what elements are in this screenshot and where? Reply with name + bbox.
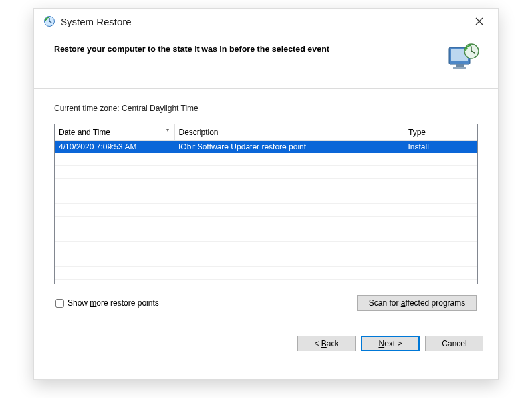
svg-rect-3 — [456, 64, 464, 67]
table-row[interactable]: 4/10/2020 7:09:53 AM IObit Software Upda… — [55, 140, 477, 153]
show-more-checkbox[interactable]: Show more restore points — [55, 298, 159, 308]
column-header-date[interactable]: Date and Time ▾ — [55, 124, 174, 140]
table-row: . — [55, 254, 477, 266]
next-button[interactable]: Next > — [361, 336, 420, 351]
system-restore-window: System Restore Restore your computer to … — [33, 8, 499, 380]
cell-description: IObit Software Updater restore point — [174, 140, 404, 153]
table-row: . — [55, 165, 477, 178]
table-row: . — [55, 191, 477, 203]
back-button[interactable]: < Back — [297, 336, 356, 351]
sort-indicator-icon: ▾ — [166, 127, 169, 133]
restore-monitor-icon — [446, 42, 481, 74]
column-header-type[interactable]: Type — [404, 124, 477, 140]
window-title: System Restore — [61, 16, 467, 27]
table-row: . — [55, 178, 477, 191]
table-row: . — [55, 216, 477, 229]
table-row: . — [55, 203, 477, 216]
body-panel: Current time zone: Central Daylight Time… — [34, 89, 498, 311]
cell-type: Install — [404, 140, 477, 153]
page-heading: Restore your computer to the state it wa… — [54, 42, 438, 54]
header-panel: Restore your computer to the state it wa… — [34, 33, 498, 88]
options-row: Show more restore points Scan for affect… — [54, 295, 478, 311]
footer: < Back Next > Cancel — [34, 326, 498, 361]
cancel-button[interactable]: Cancel — [425, 336, 483, 351]
restore-points-table[interactable]: Date and Time ▾ Description Type 4/10/20… — [54, 124, 478, 284]
close-button[interactable] — [467, 12, 491, 31]
timezone-label: Current time zone: Central Daylight Time — [54, 104, 478, 113]
titlebar: System Restore — [34, 9, 498, 33]
svg-rect-4 — [453, 67, 466, 69]
scan-affected-button[interactable]: Scan for affected programs — [357, 295, 477, 311]
table-row: . — [55, 241, 477, 254]
table-row: . — [55, 266, 477, 279]
close-icon — [475, 17, 483, 25]
table-row: . — [55, 229, 477, 241]
show-more-label: Show more restore points — [68, 298, 159, 308]
system-restore-icon — [43, 15, 55, 27]
column-header-description[interactable]: Description — [174, 124, 404, 140]
show-more-checkbox-input[interactable] — [55, 299, 64, 308]
table-row: . — [55, 153, 477, 165]
cell-date: 4/10/2020 7:09:53 AM — [55, 140, 174, 153]
